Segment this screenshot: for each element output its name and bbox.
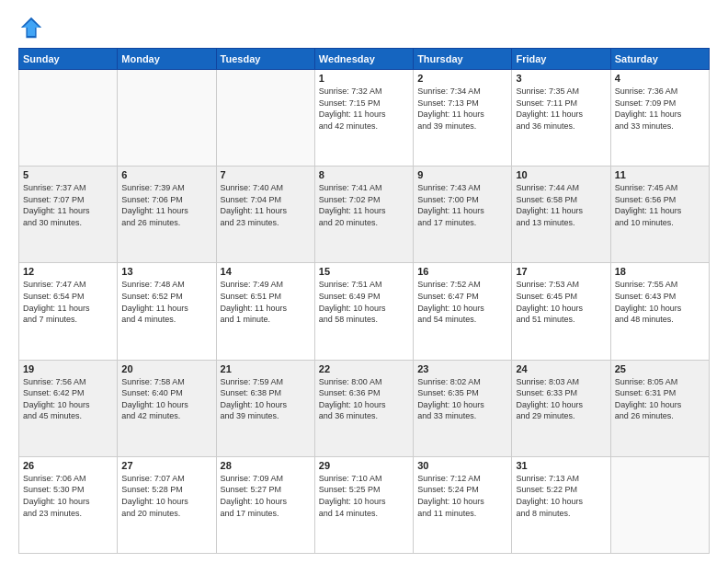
calendar-cell: 10Sunrise: 7:44 AM Sunset: 6:58 PM Dayli… [512,167,610,263]
calendar-cell: 28Sunrise: 7:09 AM Sunset: 5:27 PM Dayli… [216,456,314,553]
svg-marker-2 [23,20,40,36]
day-number: 21 [221,363,311,374]
week-row-5: 26Sunrise: 7:06 AM Sunset: 5:30 PM Dayli… [19,456,710,553]
calendar-cell [118,70,216,167]
day-info: Sunrise: 7:07 AM Sunset: 5:28 PM Dayligh… [121,473,211,519]
calendar-cell [19,70,118,167]
calendar-cell: 14Sunrise: 7:49 AM Sunset: 6:51 PM Dayli… [216,263,314,360]
day-number: 30 [417,460,507,471]
calendar-cell: 17Sunrise: 7:53 AM Sunset: 6:45 PM Dayli… [512,263,610,360]
calendar-cell: 9Sunrise: 7:43 AM Sunset: 7:00 PM Daylig… [414,167,512,263]
day-info: Sunrise: 8:02 AM Sunset: 6:35 PM Dayligh… [417,376,507,422]
calendar-cell: 3Sunrise: 7:35 AM Sunset: 7:11 PM Daylig… [512,70,610,167]
day-number: 15 [319,266,409,277]
day-info: Sunrise: 7:10 AM Sunset: 5:25 PM Dayligh… [319,473,409,519]
weekday-header-tuesday: Tuesday [216,49,314,70]
day-info: Sunrise: 8:00 AM Sunset: 6:36 PM Dayligh… [319,376,409,422]
day-number: 9 [417,169,507,180]
day-number: 27 [121,460,211,471]
day-info: Sunrise: 7:51 AM Sunset: 6:49 PM Dayligh… [319,279,409,325]
day-number: 16 [417,266,507,277]
day-number: 31 [516,460,606,471]
logo [18,15,48,40]
day-info: Sunrise: 7:45 AM Sunset: 6:56 PM Dayligh… [615,182,705,228]
day-info: Sunrise: 7:09 AM Sunset: 5:27 PM Dayligh… [221,473,311,519]
weekday-header-row: SundayMondayTuesdayWednesdayThursdayFrid… [19,49,710,70]
calendar-cell: 15Sunrise: 7:51 AM Sunset: 6:49 PM Dayli… [314,263,413,360]
calendar-cell: 13Sunrise: 7:48 AM Sunset: 6:52 PM Dayli… [118,263,216,360]
day-number: 28 [221,460,311,471]
day-number: 13 [121,266,211,277]
day-info: Sunrise: 7:43 AM Sunset: 7:00 PM Dayligh… [417,182,507,228]
week-row-1: 1Sunrise: 7:32 AM Sunset: 7:15 PM Daylig… [19,70,710,167]
day-info: Sunrise: 7:32 AM Sunset: 7:15 PM Dayligh… [319,86,409,132]
calendar-cell: 20Sunrise: 7:58 AM Sunset: 6:40 PM Dayli… [118,360,216,456]
day-info: Sunrise: 7:59 AM Sunset: 6:38 PM Dayligh… [221,376,311,422]
calendar-cell: 6Sunrise: 7:39 AM Sunset: 7:06 PM Daylig… [118,167,216,263]
day-number: 25 [615,363,705,374]
day-info: Sunrise: 7:53 AM Sunset: 6:45 PM Dayligh… [516,279,606,325]
week-row-2: 5Sunrise: 7:37 AM Sunset: 7:07 PM Daylig… [19,167,710,263]
day-info: Sunrise: 7:56 AM Sunset: 6:42 PM Dayligh… [23,376,113,422]
calendar-cell: 18Sunrise: 7:55 AM Sunset: 6:43 PM Dayli… [610,263,709,360]
day-number: 14 [221,266,311,277]
day-info: Sunrise: 7:06 AM Sunset: 5:30 PM Dayligh… [23,473,113,519]
day-info: Sunrise: 7:44 AM Sunset: 6:58 PM Dayligh… [516,182,606,228]
day-info: Sunrise: 7:12 AM Sunset: 5:24 PM Dayligh… [417,473,507,519]
day-info: Sunrise: 7:52 AM Sunset: 6:47 PM Dayligh… [417,279,507,325]
calendar-cell: 8Sunrise: 7:41 AM Sunset: 7:02 PM Daylig… [314,167,413,263]
weekday-header-monday: Monday [118,49,216,70]
calendar-cell: 22Sunrise: 8:00 AM Sunset: 6:36 PM Dayli… [314,360,413,456]
page: SundayMondayTuesdayWednesdayThursdayFrid… [0,0,728,563]
calendar-cell: 21Sunrise: 7:59 AM Sunset: 6:38 PM Dayli… [216,360,314,456]
calendar-cell [610,456,709,553]
weekday-header-saturday: Saturday [610,49,709,70]
day-info: Sunrise: 7:36 AM Sunset: 7:09 PM Dayligh… [615,86,705,132]
header [18,15,710,40]
day-number: 20 [121,363,211,374]
calendar-cell: 5Sunrise: 7:37 AM Sunset: 7:07 PM Daylig… [19,167,118,263]
calendar-cell: 12Sunrise: 7:47 AM Sunset: 6:54 PM Dayli… [19,263,118,360]
day-number: 7 [221,169,311,180]
calendar-cell: 7Sunrise: 7:40 AM Sunset: 7:04 PM Daylig… [216,167,314,263]
day-info: Sunrise: 7:48 AM Sunset: 6:52 PM Dayligh… [121,279,211,325]
day-number: 22 [319,363,409,374]
day-info: Sunrise: 7:34 AM Sunset: 7:13 PM Dayligh… [417,86,507,132]
day-info: Sunrise: 7:13 AM Sunset: 5:22 PM Dayligh… [516,473,606,519]
calendar-cell: 26Sunrise: 7:06 AM Sunset: 5:30 PM Dayli… [19,456,118,553]
weekday-header-sunday: Sunday [19,49,118,70]
calendar-cell: 31Sunrise: 7:13 AM Sunset: 5:22 PM Dayli… [512,456,610,553]
week-row-4: 19Sunrise: 7:56 AM Sunset: 6:42 PM Dayli… [19,360,710,456]
day-number: 2 [417,73,507,84]
weekday-header-thursday: Thursday [414,49,512,70]
day-number: 11 [615,169,705,180]
calendar-cell: 23Sunrise: 8:02 AM Sunset: 6:35 PM Dayli… [414,360,512,456]
calendar-cell [216,70,314,167]
day-info: Sunrise: 7:41 AM Sunset: 7:02 PM Dayligh… [319,182,409,228]
day-info: Sunrise: 7:37 AM Sunset: 7:07 PM Dayligh… [23,182,113,228]
day-info: Sunrise: 7:49 AM Sunset: 6:51 PM Dayligh… [221,279,311,325]
day-info: Sunrise: 7:35 AM Sunset: 7:11 PM Dayligh… [516,86,606,132]
weekday-header-wednesday: Wednesday [314,49,413,70]
day-number: 5 [23,169,113,180]
day-number: 10 [516,169,606,180]
day-number: 8 [319,169,409,180]
day-number: 17 [516,266,606,277]
calendar-cell: 16Sunrise: 7:52 AM Sunset: 6:47 PM Dayli… [414,263,512,360]
calendar-cell: 30Sunrise: 7:12 AM Sunset: 5:24 PM Dayli… [414,456,512,553]
calendar-cell: 19Sunrise: 7:56 AM Sunset: 6:42 PM Dayli… [19,360,118,456]
day-info: Sunrise: 7:47 AM Sunset: 6:54 PM Dayligh… [23,279,113,325]
calendar: SundayMondayTuesdayWednesdayThursdayFrid… [18,48,710,554]
calendar-cell: 29Sunrise: 7:10 AM Sunset: 5:25 PM Dayli… [314,456,413,553]
day-number: 6 [121,169,211,180]
day-number: 19 [23,363,113,374]
day-number: 1 [319,73,409,84]
day-info: Sunrise: 7:40 AM Sunset: 7:04 PM Dayligh… [221,182,311,228]
day-number: 26 [23,460,113,471]
day-number: 24 [516,363,606,374]
day-info: Sunrise: 7:39 AM Sunset: 7:06 PM Dayligh… [121,182,211,228]
day-number: 3 [516,73,606,84]
day-info: Sunrise: 8:03 AM Sunset: 6:33 PM Dayligh… [516,376,606,422]
day-info: Sunrise: 7:55 AM Sunset: 6:43 PM Dayligh… [615,279,705,325]
weekday-header-friday: Friday [512,49,610,70]
